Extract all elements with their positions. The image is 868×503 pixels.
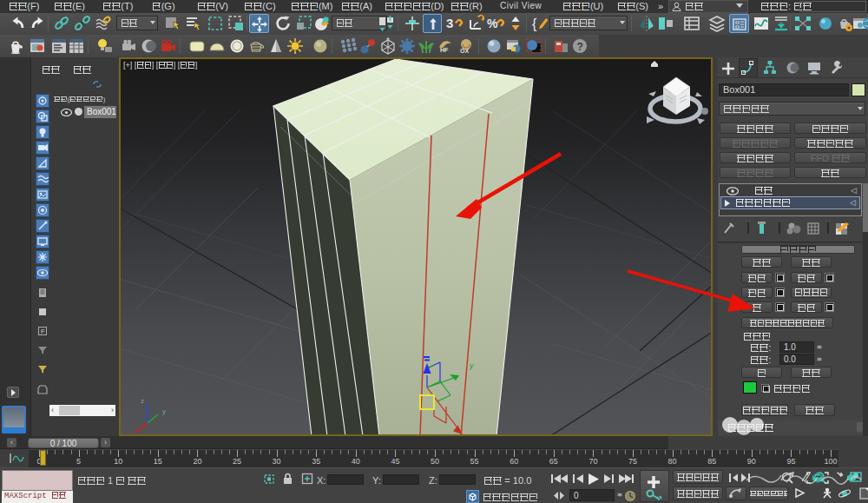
svg-text:?: ? [577, 41, 583, 53]
svg-text:y: y [469, 361, 474, 370]
svg-text:z: z [141, 397, 144, 405]
svg-text:{: { [532, 17, 537, 31]
svg-text:OX: OX [460, 48, 469, 54]
svg-text:%: % [487, 17, 498, 30]
svg-text:3: 3 [446, 16, 453, 30]
svg-text:HF: HF [440, 47, 449, 53]
svg-text:F: F [41, 328, 45, 335]
svg-text:y: y [162, 407, 166, 415]
